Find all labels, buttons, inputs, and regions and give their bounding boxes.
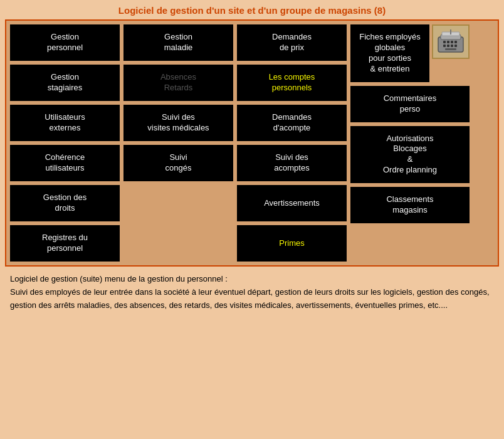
- menu-item[interactable]: Cohérenceutilisateurs: [10, 145, 120, 181]
- svg-rect-4: [451, 41, 453, 43]
- footer-text: Logiciel de gestion (suite) menu de la g…: [5, 267, 499, 318]
- column-2: Gestionmaladie AbsencesRetards Suivi des…: [123, 24, 233, 262]
- menu-item[interactable]: Gestion desdroits: [10, 185, 120, 221]
- svg-rect-7: [447, 45, 449, 47]
- menu-item[interactable]: Gestionmaladie: [123, 24, 233, 61]
- menu-item-comptes[interactable]: Les comptespersonnels: [237, 65, 347, 101]
- svg-rect-8: [451, 45, 453, 47]
- column-3: Demandesde prix Les comptespersonnels De…: [237, 24, 347, 262]
- svg-rect-2: [443, 41, 446, 43]
- menu-item[interactable]: Classementsmagasins: [350, 187, 470, 223]
- col4-row1-container: Fiches employésglobalespour sorties& ent…: [350, 24, 470, 82]
- menu-item[interactable]: Suivi desvisites médicales: [123, 105, 233, 141]
- svg-rect-10: [445, 48, 456, 50]
- typewriter-icon: [432, 24, 470, 59]
- menu-item[interactable]: Suivicongés: [123, 145, 233, 181]
- svg-rect-9: [454, 45, 457, 47]
- absences-retards-item: AbsencesRetards: [123, 65, 233, 101]
- menu-item[interactable]: Demandesd'acompte: [237, 105, 347, 141]
- page-title: Logiciel de gestion d'un site et d'un gr…: [0, 0, 504, 19]
- svg-rect-5: [454, 41, 457, 43]
- main-container: Gestionpersonnel Gestionstagiaires Utili…: [5, 19, 499, 267]
- column-4: Fiches employésglobalespour sorties& ent…: [350, 24, 470, 262]
- svg-rect-6: [443, 45, 446, 47]
- svg-rect-3: [447, 41, 449, 43]
- menu-item[interactable]: Utilisateursexternes: [10, 105, 120, 141]
- menu-item-primes[interactable]: Primes: [237, 225, 347, 262]
- menu-item[interactable]: Suivi desacomptes: [237, 145, 347, 181]
- menu-item[interactable]: Avertissements: [237, 185, 347, 221]
- menu-item[interactable]: AutorisationsBlocages&Ordre planning: [350, 126, 470, 184]
- menu-item[interactable]: Gestionstagiaires: [10, 65, 120, 101]
- menu-item[interactable]: Demandesde prix: [237, 24, 347, 61]
- menu-item[interactable]: Gestionpersonnel: [10, 24, 120, 61]
- column-1: Gestionpersonnel Gestionstagiaires Utili…: [10, 24, 120, 262]
- menu-grid: Gestionpersonnel Gestionstagiaires Utili…: [10, 24, 494, 262]
- menu-item[interactable]: Registres dupersonnel: [10, 225, 120, 262]
- menu-item-fiches[interactable]: Fiches employésglobalespour sorties& ent…: [350, 24, 429, 82]
- menu-item[interactable]: Commentairesperso: [350, 86, 470, 122]
